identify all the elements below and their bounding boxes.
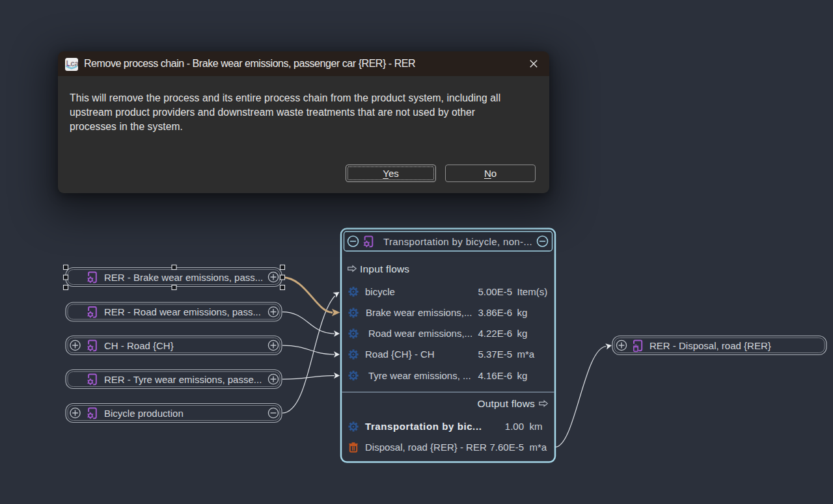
svg-text:5.00E-5: 5.00E-5 (478, 286, 512, 297)
svg-text:Disposal, road {RER} - RER: Disposal, road {RER} - RER (365, 442, 487, 453)
svg-text:RER - Tyre wear emissions, pas: RER - Tyre wear emissions, passe... (104, 374, 262, 385)
svg-text:kg: kg (517, 370, 528, 381)
svg-text:m*a: m*a (530, 442, 547, 453)
svg-text:Brake wear emissions,...: Brake wear emissions,... (366, 307, 472, 318)
svg-text:kg: kg (517, 307, 528, 318)
svg-text:Transportation by bic...: Transportation by bic... (365, 421, 482, 432)
svg-text:4.16E-6: 4.16E-6 (478, 370, 512, 381)
svg-text:RER - Road wear emissions, pas: RER - Road wear emissions, pass... (104, 306, 261, 317)
svg-text:Item(s): Item(s) (517, 286, 548, 297)
svg-text:7.60E-5: 7.60E-5 (489, 442, 524, 453)
svg-text:Transportation by bicycle, non: Transportation by bicycle, non-... (383, 236, 532, 247)
svg-text:Road wear emissions,...: Road wear emissions,... (368, 328, 472, 339)
svg-text:CH - Road {CH}: CH - Road {CH} (104, 340, 174, 351)
svg-text:Bicycle production: Bicycle production (104, 408, 184, 419)
svg-text:4.22E-6: 4.22E-6 (478, 328, 512, 339)
svg-text:Output flows: Output flows (477, 398, 535, 409)
svg-text:5.37E-5: 5.37E-5 (478, 349, 512, 360)
svg-text:kg: kg (517, 328, 528, 339)
svg-text:RER - Disposal, road {RER}: RER - Disposal, road {RER} (649, 340, 771, 351)
svg-text:RER - Brake wear emissions, pa: RER - Brake wear emissions, pass... (104, 272, 263, 283)
svg-text:Road {CH} - CH: Road {CH} - CH (365, 349, 435, 360)
svg-text:Tyre wear emissions, ...: Tyre wear emissions, ... (368, 370, 471, 381)
svg-text:Input flows: Input flows (360, 263, 409, 274)
svg-text:3.86E-6: 3.86E-6 (478, 307, 512, 318)
svg-text:m*a: m*a (517, 349, 535, 360)
svg-text:1.00: 1.00 (505, 421, 524, 432)
svg-text:km: km (530, 421, 543, 432)
svg-text:bicycle: bicycle (365, 286, 395, 297)
